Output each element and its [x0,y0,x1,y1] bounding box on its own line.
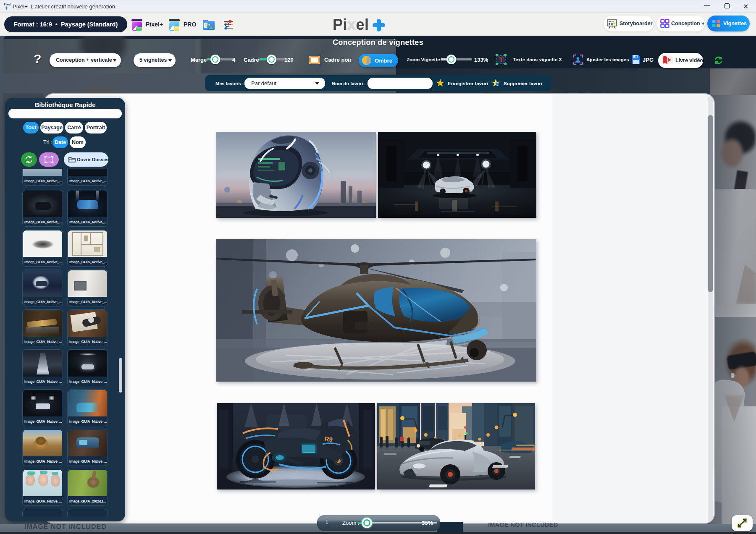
svg-text:T: T [499,56,504,63]
svg-text:R9: R9 [324,435,333,443]
